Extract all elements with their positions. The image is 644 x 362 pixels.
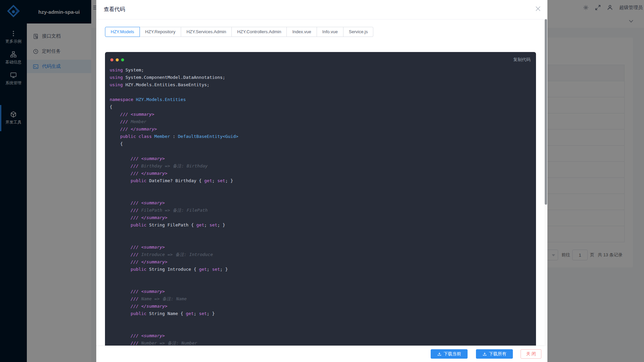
view-code-dialog: 查看代码 HZY.ModelsHZY.RepositoryHZY.Service… [96,0,547,362]
tab-group: HZY.ModelsHZY.RepositoryHZY.Services.Adm… [105,27,373,37]
tab-Info.vue[interactable]: Info.vue [317,27,343,37]
tab-Index.vue[interactable]: Index.vue [287,27,317,37]
close-icon[interactable] [535,6,541,11]
download-all-button[interactable]: 下载所有 [476,349,513,359]
tab-HZY.Models[interactable]: HZY.Models [105,27,140,37]
code-content: using System;using System.ComponentModel… [105,66,536,346]
dialog-header: 查看代码 [96,0,547,19]
dialog-scrollbar-track [544,19,547,346]
dialog-body: HZY.ModelsHZY.RepositoryHZY.Services.Adm… [96,19,547,346]
dialog-footer: 下载当前 下载所有 关 闭 [96,346,547,362]
window-dot-yellow-icon [116,58,119,61]
dialog-title: 查看代码 [104,6,125,13]
tab-HZY.Repository[interactable]: HZY.Repository [140,27,181,37]
tab-HZY.Services.Admin[interactable]: HZY.Services.Admin [181,27,232,37]
copy-code-button[interactable]: 复制代码 [513,57,531,63]
download-icon [483,352,487,356]
download-current-button[interactable]: 下载当前 [431,349,468,359]
code-window: 复制代码 using System;using System.Component… [105,52,536,346]
close-dialog-button[interactable]: 关 闭 [521,349,541,359]
dialog-scrollbar-thumb[interactable] [545,19,547,205]
app-root: 更多示例基础信息系统管理开发工具 hzy-admin-spa-ui 接口文档定时… [0,0,644,362]
tab-Service.js[interactable]: Service.js [343,27,373,37]
code-window-chrome: 复制代码 [105,56,536,63]
window-dot-red-icon [110,58,113,61]
tab-HZY.Controllers.Admin[interactable]: HZY.Controllers.Admin [232,27,287,37]
download-icon [437,352,441,356]
window-dot-green-icon [121,58,124,61]
